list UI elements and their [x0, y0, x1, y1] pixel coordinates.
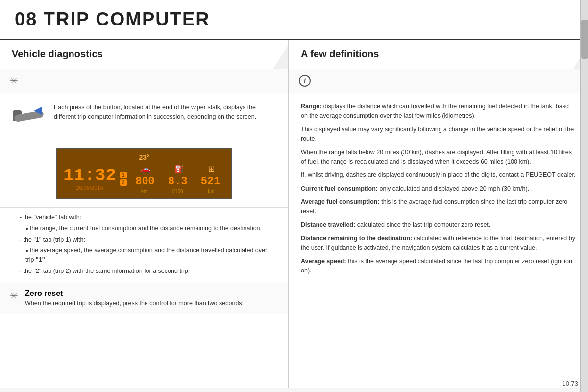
zero-reset-title: Zero reset — [25, 289, 244, 298]
stalk-image — [12, 103, 46, 130]
display-units-row: km l/100 km — [131, 189, 225, 194]
bullet-list-section: the "vehicle" tab with: the range, the c… — [0, 208, 288, 283]
stalk-section: Each press of the button, located at the… — [0, 93, 288, 140]
fuel-icon: ⛽ — [174, 164, 184, 173]
right-section-title: A few definitions — [301, 49, 379, 59]
page-header: 08 TRIP COMPUTER — [0, 0, 588, 40]
distance-travelled-term: Distance travelled: — [301, 221, 355, 228]
distance-travelled-definition: Distance travelled: calculated since the… — [301, 220, 576, 230]
display-time: 11:32 — [63, 167, 116, 185]
range-term: Range: — [301, 103, 321, 110]
display-main-row: 11:32 26/08/2014 1 2 🚗 ⛽ ⊞ — [63, 163, 225, 194]
left-column: Vehicle diagnostics ✳ Each press of the … — [0, 40, 289, 388]
left-section-header: Vehicle diagnostics — [0, 40, 288, 69]
distance-remaining-term: Distance remaining to the destination: — [301, 235, 412, 242]
left-section-title: Vehicle diagnostics — [12, 49, 103, 59]
display-consumption-value: 8.3 — [168, 175, 188, 188]
distance-travelled-text: calculated since the last trip computer … — [357, 221, 490, 228]
range-note-3: If, whilst driving, dashes are displayed… — [301, 171, 576, 180]
display-unit-3: km — [208, 189, 214, 194]
display-values-row: 800 8.3 521 — [131, 175, 225, 188]
stalk-arrow-icon — [34, 107, 42, 115]
chapter-title: 08 TRIP COMPUTER — [15, 9, 210, 30]
car-icon: 🚗 — [141, 164, 150, 173]
page-number: 10.73 — [562, 380, 578, 387]
bullet-tab1: the "1" tab (trip 1) with: — [16, 235, 276, 245]
display-section: 23° 11:32 26/08/2014 1 2 🚗 ⛽ — [0, 140, 288, 208]
average-speed-definition: Average speed: this is the average speed… — [301, 257, 576, 276]
bullet-vehicle-tab: the "vehicle" tab with: — [16, 213, 276, 222]
display-right-panel: 🚗 ⛽ ⊞ 800 8.3 521 km l/100 km — [131, 163, 225, 194]
zero-reset-text-block: Zero reset When the required trip is dis… — [25, 289, 244, 308]
range-note-2: When the range falls below 20 miles (30 … — [301, 148, 576, 167]
display-tab-2: 2 — [120, 179, 127, 186]
trip-computer-display: 23° 11:32 26/08/2014 1 2 🚗 ⛽ — [56, 148, 232, 199]
display-unit-1: km — [141, 189, 147, 194]
stalk-description: Each press of the button, located at the… — [54, 103, 276, 122]
display-unit-2: l/100 — [172, 189, 183, 194]
zero-reset-gear-icon: ✳ — [10, 290, 18, 302]
right-column: A few definitions i Range: displays the … — [289, 40, 588, 388]
display-distance-value: 521 — [201, 175, 220, 188]
right-section-header: A few definitions — [289, 40, 588, 69]
zero-reset-description: When the required trip is displayed, pre… — [25, 299, 244, 308]
range-note-1: This displayed value may vary significan… — [301, 125, 576, 144]
display-tabs: 1 2 — [120, 172, 127, 186]
scrollbar[interactable] — [580, 0, 588, 392]
main-content: Vehicle diagnostics ✳ Each press of the … — [0, 40, 588, 388]
grid-icon: ⊞ — [208, 164, 215, 173]
current-fuel-text: only calculated and displayed above 20 m… — [379, 185, 529, 192]
display-icons-row: 🚗 ⛽ ⊞ — [131, 163, 225, 174]
range-text: displays the distance which can travelle… — [301, 103, 569, 119]
right-icon-bar: i — [289, 69, 588, 93]
display-top-row: 23° — [63, 153, 225, 161]
range-definition: Range: displays the distance which can t… — [301, 102, 576, 121]
display-temperature: 23° — [139, 153, 149, 161]
definitions-content: Range: displays the distance which can t… — [289, 93, 588, 289]
bullet-tab1-detail: the average speed, the average consumpti… — [16, 246, 276, 265]
distance-remaining-definition: Distance remaining to the destination: c… — [301, 234, 576, 253]
average-fuel-term: Average fuel consumption: — [301, 198, 380, 205]
display-tab-1: 1 — [120, 172, 127, 178]
info-icon: i — [299, 75, 311, 87]
scrollbar-thumb[interactable] — [581, 20, 588, 59]
zero-reset-section: ✳ Zero reset When the required trip is d… — [0, 283, 288, 314]
bullet-vehicle-detail: the range, the current fuel consumption … — [16, 224, 276, 233]
left-icon-bar: ✳ — [0, 69, 288, 93]
current-fuel-term: Current fuel consumption: — [301, 185, 378, 192]
average-speed-term: Average speed: — [301, 258, 346, 265]
bullet-tab2: the "2" tab (trip 2) with the same infor… — [16, 267, 276, 276]
current-fuel-definition: Current fuel consumption: only calculate… — [301, 184, 576, 194]
average-fuel-definition: Average fuel consumption: this is the av… — [301, 197, 576, 217]
display-time-block: 11:32 26/08/2014 — [63, 167, 116, 191]
display-range-value: 800 — [135, 175, 155, 188]
gear-icon: ✳ — [10, 75, 18, 87]
